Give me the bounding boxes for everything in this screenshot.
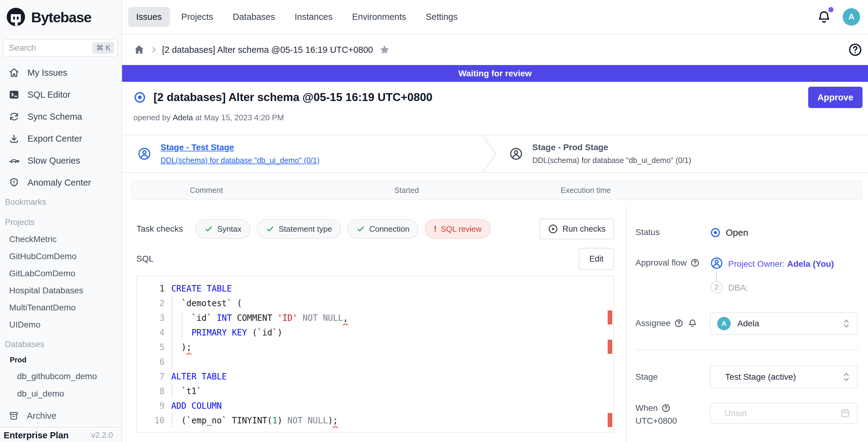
help-icon[interactable] xyxy=(848,42,863,57)
line-number: 2 xyxy=(137,296,164,310)
project-item[interactable]: UIDemo xyxy=(0,316,121,333)
database-item[interactable]: db_githubcom_demo xyxy=(0,368,121,385)
project-item[interactable]: CheckMetric xyxy=(0,231,121,248)
database-groups: Proddb_githubcom_demodb_ui_demo xyxy=(0,352,121,402)
line-number: 8 xyxy=(137,384,164,398)
nav-tab-issues[interactable]: Issues xyxy=(128,7,170,27)
nav-tab-databases[interactable]: Databases xyxy=(225,7,283,27)
approve-button[interactable]: Approve xyxy=(808,87,863,108)
task-checks-label: Task checks xyxy=(136,224,183,234)
sidebar-item-sql-editor[interactable]: SQL Editor xyxy=(0,84,121,106)
check-pill-statement-type[interactable]: Statement type xyxy=(257,219,341,239)
indent-guide xyxy=(172,384,172,398)
sidebar-item-archive[interactable]: Archive xyxy=(0,405,121,427)
code-line: 10 (`emp_no` TINYINT(1) NOT NULL); xyxy=(137,413,614,428)
search-shortcut-kbd: ⌘ K xyxy=(92,42,114,54)
edit-sql-button[interactable]: Edit xyxy=(579,248,614,270)
sidebar-footer[interactable]: Enterprise Plan v2.2.0 xyxy=(0,427,121,442)
line-number: 10 xyxy=(137,413,164,428)
assignee-label: Assignee xyxy=(636,318,698,328)
star-icon[interactable] xyxy=(379,44,390,55)
nav-tab-instances[interactable]: Instances xyxy=(287,7,340,27)
sql-editor-lines: 1CREATE TABLE2 `demotest` (3 `id` INT CO… xyxy=(137,281,614,428)
sidebar-item-slow-queries[interactable]: Slow Queries xyxy=(0,150,121,171)
notifications-bell-icon[interactable] xyxy=(816,9,832,25)
sidebar-item-label: SQL Editor xyxy=(28,90,70,100)
help-circle-icon[interactable] xyxy=(674,319,683,328)
code-line: 8 `t1` xyxy=(137,384,614,398)
check-pill-label: Syntax xyxy=(217,224,242,234)
stage-title[interactable]: Stage - Test Stage xyxy=(160,143,319,152)
check-icon xyxy=(205,225,213,233)
code-line: 3 `id` INT COMMENT 'ID' NOT NULL, xyxy=(137,310,614,325)
sidebar-item-my-issues[interactable]: My Issues xyxy=(0,62,121,84)
search-placeholder: Search xyxy=(9,43,36,53)
run-checks-button[interactable]: Run checks xyxy=(539,219,614,239)
search-input[interactable]: Search ⌘ K xyxy=(3,39,118,57)
check-pill-sql-review[interactable]: !SQL review xyxy=(425,219,491,239)
stage-person-icon xyxy=(137,147,151,161)
code-line: 9ADD COLUMN xyxy=(137,398,614,413)
sidebar-item-label: Slow Queries xyxy=(28,156,80,166)
check-pill-label: Connection xyxy=(369,224,410,234)
code-line: 4 PRIMARY KEY (`id`) xyxy=(137,325,614,340)
issue-sidebar: Status Open Approval flow Project Ow xyxy=(626,205,868,442)
sidebar-item-export-center[interactable]: Export Center xyxy=(0,128,121,150)
stage-task-link[interactable]: DDL(schema) for database "db_ui_demo" (0… xyxy=(160,156,319,165)
project-item[interactable]: Hospital Databases xyxy=(0,282,121,299)
terminal-icon xyxy=(8,89,20,100)
sidebar-section-bookmarks: Bookmarks xyxy=(0,195,121,209)
code-line: 7ALTER TABLE xyxy=(137,369,614,384)
stage-texts: Stage - Test StageDDL(schema) for databa… xyxy=(160,143,319,165)
sidebar-item-anomaly-center[interactable]: Anomaly Center xyxy=(0,171,121,193)
when-datetime-input[interactable]: Unset xyxy=(710,403,858,424)
version-label: v2.2.0 xyxy=(91,431,117,440)
nav-tab-environments[interactable]: Environments xyxy=(344,7,414,27)
check-pill-connection[interactable]: Connection xyxy=(347,219,419,239)
stage-card-2[interactable]: Stage - Prod StageDDL(schema) for databa… xyxy=(496,135,691,172)
home-icon[interactable] xyxy=(133,44,145,56)
stage-texts: Stage - Prod StageDDL(schema) for databa… xyxy=(532,143,691,165)
breadcrumb-title[interactable]: [2 databases] Alter schema @05-15 16:19 … xyxy=(162,45,373,55)
check-pill-syntax[interactable]: Syntax xyxy=(195,219,251,239)
stage-pipeline: Stage - Test StageDDL(schema) for databa… xyxy=(122,135,868,173)
status-banner: Waiting for review xyxy=(122,65,868,82)
user-avatar[interactable]: A xyxy=(843,8,860,26)
sidebar-section-databases: Databases xyxy=(0,338,121,351)
sidebar-item-sync-schema[interactable]: Sync Schema xyxy=(0,106,121,128)
sidebar-item-label: Sync Schema xyxy=(28,112,82,122)
error-ruler-mark xyxy=(608,413,612,427)
bytebase-logo-icon xyxy=(5,6,27,28)
stage-separator-chevron xyxy=(482,135,496,173)
divider xyxy=(636,349,859,350)
database-item[interactable]: db_ui_demo xyxy=(0,385,121,402)
stage-select[interactable]: Test Stage (active) xyxy=(710,366,858,388)
project-item[interactable]: MultiTenantDemo xyxy=(0,299,121,316)
when-timezone: UTC+0800 xyxy=(636,416,677,426)
logo[interactable]: Bytebase xyxy=(0,0,122,34)
help-circle-icon[interactable] xyxy=(690,258,700,267)
sidebar-item-label: My Issues xyxy=(28,68,67,78)
sql-editor[interactable]: 1CREATE TABLE2 `demotest` (3 `id` INT CO… xyxy=(136,276,614,433)
line-text: CREATE TABLE xyxy=(171,281,232,296)
help-circle-icon[interactable] xyxy=(661,404,671,413)
column-header-execution-time: Execution time xyxy=(561,181,611,199)
nav-tab-projects[interactable]: Projects xyxy=(173,7,221,27)
approval-connector xyxy=(716,272,717,282)
project-item[interactable]: GitLabComDemo xyxy=(0,265,121,282)
check-pill-label: SQL review xyxy=(441,224,481,234)
status-value: Open xyxy=(710,225,748,240)
stage-card-1[interactable]: Stage - Test StageDDL(schema) for databa… xyxy=(122,135,482,172)
project-item[interactable]: GitHubComDemo xyxy=(0,248,121,265)
subscribe-bell-icon[interactable] xyxy=(688,318,698,328)
issue-author[interactable]: Adela xyxy=(173,113,193,122)
approval-step1[interactable]: Project Owner: Adela (You) xyxy=(728,259,834,269)
line-number: 5 xyxy=(137,340,164,354)
nav-tab-settings[interactable]: Settings xyxy=(418,7,466,27)
issue-open-status-icon xyxy=(133,91,146,104)
logo-text: Bytebase xyxy=(31,9,91,26)
column-header-comment: Comment xyxy=(190,181,223,199)
main-area: [2 databases] Alter schema @05-15 16:19 … xyxy=(122,34,868,442)
sidebar-menu: My IssuesSQL EditorSync SchemaExport Cen… xyxy=(0,62,121,193)
assignee-select[interactable]: A Adela xyxy=(710,312,858,335)
